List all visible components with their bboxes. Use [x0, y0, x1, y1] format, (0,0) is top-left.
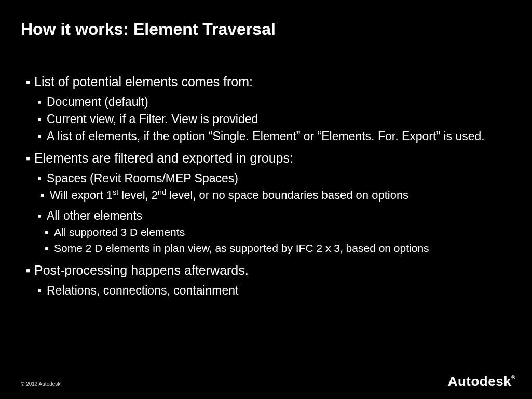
bullet-icon: ▪	[26, 241, 54, 256]
bullet-l2: ▪ Current view, if a Filter. View is pro…	[26, 111, 511, 127]
bullet-text: Spaces (Revit Rooms/MEP Spaces)	[47, 170, 511, 187]
slide-content: ▪ List of potential elements comes from:…	[21, 73, 511, 299]
bullet-l1: ▪ Post-processing happens afterwards.	[26, 262, 511, 280]
bullet-text: Post-processing happens afterwards.	[34, 262, 511, 280]
bullet-l1: ▪ List of potential elements comes from:	[26, 73, 511, 91]
bullet-icon: ▪	[26, 73, 34, 91]
bullet-l2: ▪ Relations, connections, containment	[26, 283, 511, 299]
bullet-text: Current view, if a Filter. View is provi…	[47, 111, 511, 127]
bullet-icon: ▪	[26, 188, 50, 203]
bullet-icon: ▪	[26, 283, 47, 299]
bullet-icon: ▪	[26, 150, 34, 167]
bullet-l3: ▪ Will export 1st level, 2nd level, or n…	[26, 188, 511, 203]
bullet-l2: ▪ Spaces (Revit Rooms/MEP Spaces)	[26, 170, 511, 187]
bullet-text: Document (default)	[47, 94, 511, 110]
copyright-footer: © 2012 Autodesk	[21, 381, 60, 387]
bullet-icon: ▪	[26, 225, 54, 240]
bullet-icon: ▪	[26, 94, 47, 110]
autodesk-logo: Autodesk®	[448, 374, 515, 390]
bullet-text: List of potential elements comes from:	[34, 73, 511, 91]
bullet-text: Relations, connections, containment	[47, 283, 511, 299]
bullet-l2: ▪ Document (default)	[26, 94, 511, 110]
bullet-l2: ▪ A list of elements, if the option “Sin…	[26, 128, 511, 144]
slide: How it works: Element Traversal ▪ List o…	[0, 0, 532, 399]
bullet-text: Elements are filtered and exported in gr…	[34, 150, 511, 167]
bullet-icon: ▪	[26, 208, 47, 224]
bullet-icon: ▪	[26, 128, 47, 144]
bullet-icon: ▪	[26, 111, 47, 127]
bullet-l4: ▪ All supported 3 D elements	[26, 225, 511, 240]
bullet-text: Some 2 D elements in plan view, as suppo…	[54, 241, 511, 256]
bullet-l4: ▪ Some 2 D elements in plan view, as sup…	[26, 241, 511, 256]
slide-title: How it works: Element Traversal	[21, 20, 511, 39]
bullet-icon: ▪	[26, 262, 34, 280]
bullet-text: All supported 3 D elements	[54, 225, 511, 240]
bullet-l1: ▪ Elements are filtered and exported in …	[26, 150, 511, 167]
bullet-text: A list of elements, if the option “Singl…	[47, 128, 511, 144]
bullet-icon: ▪	[26, 170, 47, 187]
bullet-text: All other elements	[47, 208, 511, 224]
bullet-text: Will export 1st level, 2nd level, or no …	[50, 188, 511, 203]
bullet-l2: ▪ All other elements	[26, 208, 511, 224]
